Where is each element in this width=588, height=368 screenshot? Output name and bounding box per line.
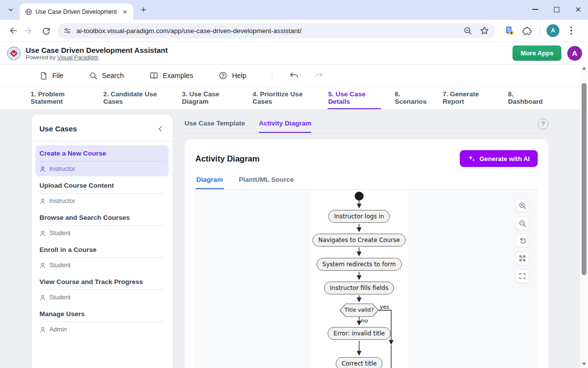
divider	[539, 26, 540, 36]
back-button[interactable]	[4, 22, 21, 39]
reset-zoom-button[interactable]	[515, 234, 529, 247]
workflow-steps: 1. Problem Statement 2. Candidate Use Ca…	[0, 87, 588, 110]
examples-menu-label: Examples	[163, 72, 193, 80]
use-case-item-browse-and-search-courses[interactable]: Browse and Search Courses Student	[36, 209, 169, 241]
card-title: Activity Diagram	[195, 154, 259, 164]
redo-button[interactable]	[310, 68, 328, 83]
reading-mode-icon[interactable]	[504, 25, 515, 36]
use-case-item-enroll-in-a-course[interactable]: Enroll in a Course Student	[36, 242, 169, 273]
tab-plantuml-source[interactable]: PlantUML Source	[238, 176, 295, 189]
step-generate-report[interactable]: 7. Generate Report	[442, 87, 494, 109]
use-case-title: Upload Course Content	[39, 182, 165, 193]
globe-favicon-icon	[25, 8, 33, 16]
use-case-item-create-a-new-course[interactable]: Create a New Course Instructor	[36, 145, 169, 176]
step-prioritize-use-cases[interactable]: 4. Prioritize Use Cases	[252, 87, 314, 109]
person-icon	[39, 262, 46, 269]
more-apps-button[interactable]: More Apps	[513, 45, 561, 61]
page-scrollbar[interactable]	[580, 64, 588, 368]
step-scenarios[interactable]: 6. Scenarios	[394, 87, 429, 109]
url-field[interactable]: ai-toolbox.visual-paradigm.com/app/use-c…	[57, 23, 495, 39]
diagram-activity-node: Instructor fills fields	[324, 282, 394, 294]
file-menu-label: File	[52, 72, 64, 80]
forward-button[interactable]	[21, 22, 37, 39]
step-use-case-details[interactable]: 5. Use Case Details	[328, 87, 381, 109]
zoom-out-button[interactable]	[515, 216, 529, 230]
use-case-title: View Course and Track Progress	[39, 278, 165, 289]
zoom-out-icon	[518, 219, 527, 228]
generate-with-ai-button[interactable]: Generate with AI	[460, 150, 538, 167]
new-tab-button[interactable]	[137, 3, 150, 16]
help-icon	[219, 71, 227, 80]
step-candidate-use-cases[interactable]: 2. Candidate Use Cases	[103, 87, 168, 109]
browser-tab[interactable]: Use Case Driven Development A	[20, 3, 133, 20]
browser-profile-avatar[interactable]: A	[547, 24, 559, 37]
person-icon	[39, 198, 46, 204]
url-text[interactable]: ai-toolbox.visual-paradigm.com/app/use-c…	[76, 27, 463, 35]
visual-paradigm-link[interactable]: Visual Paradigm	[57, 54, 99, 60]
examples-menu[interactable]: Examples	[149, 71, 193, 80]
window-maximize-icon[interactable]	[554, 7, 559, 12]
step-dashboard[interactable]: 8. Dashboard	[508, 87, 545, 109]
reset-icon	[518, 237, 527, 245]
search-menu[interactable]: Search	[89, 72, 124, 80]
zoom-in-button[interactable]	[515, 199, 529, 212]
diagram-activity-node: Instructor logs in	[328, 210, 390, 223]
browser-tabstrip: Use Case Driven Development A	[0, 0, 588, 20]
browser-menu-icon[interactable]	[566, 25, 576, 37]
undo-icon	[289, 71, 299, 80]
back-arrow-icon	[7, 26, 17, 36]
extensions-puzzle-icon[interactable]	[522, 26, 532, 36]
use-case-item-upload-course-content[interactable]: Upload Course Content Instructor	[36, 177, 169, 208]
diagram-canvas[interactable]: Instructor logs in Navigates to Create C…	[195, 190, 538, 368]
window-minimize-icon[interactable]	[532, 9, 538, 10]
diagram-activity-node: System redirects to form	[317, 258, 402, 271]
powered-by: Powered by Visual Paradigm	[26, 54, 168, 60]
help-menu-label: Help	[232, 72, 246, 80]
search-menu-label: Search	[102, 72, 124, 80]
person-icon	[39, 166, 46, 172]
fit-to-screen-button[interactable]	[515, 251, 529, 265]
sparkle-icon	[468, 155, 476, 163]
use-case-actor: Instructor	[49, 165, 75, 172]
window-close-icon[interactable]	[575, 4, 581, 15]
fullscreen-button[interactable]	[515, 269, 529, 283]
help-menu[interactable]: Help	[219, 71, 246, 80]
diagram-view-tabs: Diagram PlantUML Source	[195, 176, 538, 190]
use-case-actor: Student	[49, 262, 71, 269]
tab-diagram-view[interactable]: Diagram	[195, 176, 224, 189]
help-bubble-icon[interactable]	[538, 119, 549, 129]
collapse-chevron-icon[interactable]	[157, 125, 164, 132]
chevron-down-icon	[7, 6, 14, 13]
diagram-activity-node: Error: invalid title	[328, 327, 391, 340]
diagram-activity-node: Navigates to Create Course	[312, 234, 405, 246]
use-case-item-manage-users[interactable]: Manage Users Admin	[36, 306, 169, 337]
use-case-title: Enroll in a Course	[39, 246, 165, 257]
scrollbar-thumb[interactable]	[582, 83, 587, 275]
file-menu[interactable]: File	[39, 72, 64, 80]
use-case-actor: Student	[49, 294, 71, 301]
browser-addressbar: ai-toolbox.visual-paradigm.com/app/use-c…	[0, 20, 588, 42]
reload-icon	[41, 26, 51, 36]
tab-use-case-template[interactable]: Use Case Template	[184, 115, 245, 133]
step-problem-statement[interactable]: 1. Problem Statement	[30, 87, 89, 109]
file-icon	[39, 72, 48, 80]
tab-close-icon[interactable]	[121, 7, 129, 16]
zoom-indicator-icon[interactable]	[463, 26, 473, 36]
expand-arrows-icon	[518, 254, 526, 262]
person-icon	[39, 230, 46, 237]
reload-button[interactable]	[37, 22, 54, 39]
scrollbar-down-icon[interactable]	[582, 363, 586, 366]
scrollbar-up-icon[interactable]	[582, 67, 586, 70]
diagram-decision-node: Title valid?	[344, 307, 373, 313]
use-case-item-view-course-and-track-progress[interactable]: View Course and Track Progress Student	[36, 274, 169, 305]
tab-search-button[interactable]	[4, 3, 18, 17]
use-case-title: Create a New Course	[39, 150, 165, 161]
undo-button[interactable]	[285, 68, 303, 83]
site-settings-icon[interactable]	[63, 27, 72, 35]
bookmark-star-icon[interactable]	[479, 26, 489, 36]
fullscreen-brackets-icon	[518, 272, 526, 280]
tab-activity-diagram[interactable]: Activity Diagram	[259, 115, 312, 133]
step-use-case-diagram[interactable]: 3. Use Case Diagram	[182, 87, 239, 109]
use-case-actor: Instructor	[49, 198, 75, 204]
user-avatar[interactable]: A	[567, 46, 582, 61]
